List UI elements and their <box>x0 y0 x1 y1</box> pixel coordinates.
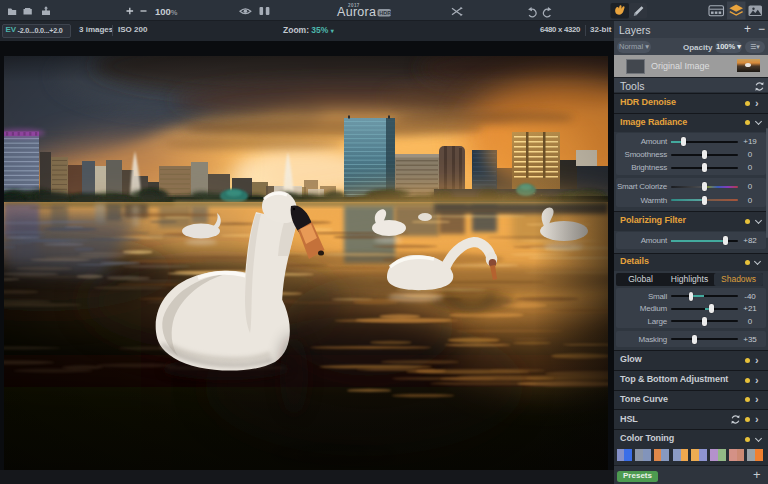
svg-text:HDR: HDR <box>379 10 391 16</box>
svg-text:Aurora: Aurora <box>337 5 376 19</box>
